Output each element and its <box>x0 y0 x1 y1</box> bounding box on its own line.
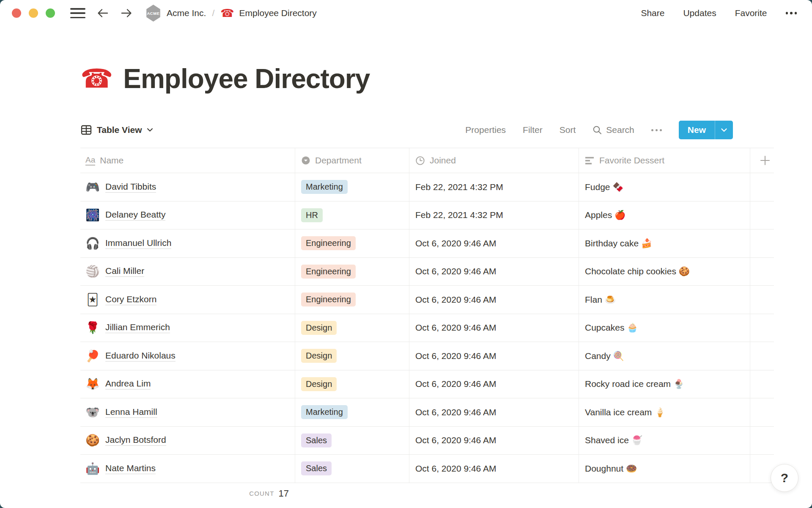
column-header-joined[interactable]: Joined <box>409 148 579 173</box>
forward-button[interactable] <box>120 7 133 19</box>
employee-page-link[interactable]: Cali Miller <box>105 266 144 277</box>
joined-cell[interactable]: Oct 6, 2020 9:46 AM <box>409 455 579 483</box>
table-row[interactable]: 🐨 Lenna Hamill Marketing Oct 6, 2020 9:4… <box>80 398 774 427</box>
department-cell[interactable]: Marketing <box>295 173 409 201</box>
table-count[interactable]: COUNT 17 <box>80 483 295 504</box>
department-cell[interactable]: Design <box>295 370 409 398</box>
employee-page-link[interactable]: Delaney Beatty <box>105 210 165 221</box>
joined-cell[interactable]: Feb 22, 2021 4:32 PM <box>409 173 579 201</box>
arrow-right-icon <box>120 7 133 19</box>
column-header-favorite-dessert[interactable]: Favorite Dessert <box>579 148 750 173</box>
dessert-cell[interactable]: Apples 🍎 <box>579 202 750 229</box>
zoom-window-button[interactable] <box>46 8 55 18</box>
department-cell[interactable]: Design <box>295 314 409 342</box>
back-button[interactable] <box>96 7 109 19</box>
joined-cell[interactable]: Oct 6, 2020 9:46 AM <box>409 229 579 257</box>
table-row[interactable]: 🤖 Nate Martins Sales Oct 6, 2020 9:46 AM… <box>80 455 774 483</box>
new-record-dropdown-button[interactable] <box>715 121 733 139</box>
department-cell[interactable]: Sales <box>295 427 409 455</box>
page-title[interactable]: Employee Directory <box>123 63 370 94</box>
column-header-name[interactable]: Aa Name <box>80 148 295 173</box>
name-cell[interactable]: 🍪 Jaclyn Botsford <box>80 427 295 455</box>
name-cell[interactable]: 🎧 Immanuel Ullrich <box>80 229 295 257</box>
joined-cell[interactable]: Oct 6, 2020 9:46 AM <box>409 370 579 398</box>
dessert-cell[interactable]: Chocolate chip cookies 🍪 <box>579 258 750 286</box>
sidebar-menu-icon[interactable] <box>70 8 85 18</box>
dessert-cell[interactable]: Vanilla ice cream 🍦 <box>579 398 750 426</box>
employee-page-link[interactable]: Cory Etzkorn <box>105 294 156 305</box>
employee-page-link[interactable]: Eduardo Nikolaus <box>105 351 176 362</box>
department-cell[interactable]: Sales <box>295 455 409 483</box>
table-row[interactable]: 🍪 Jaclyn Botsford Sales Oct 6, 2020 9:46… <box>80 427 774 455</box>
table-row[interactable]: 🦊 Andrea Lim Design Oct 6, 2020 9:46 AM … <box>80 370 774 399</box>
view-switcher[interactable]: Table View <box>80 124 153 136</box>
department-cell[interactable]: Engineering <box>295 258 409 286</box>
workspace-logo[interactable]: ACME <box>145 5 161 22</box>
updates-button[interactable]: Updates <box>683 8 716 18</box>
department-cell[interactable]: Engineering <box>295 229 409 257</box>
table-row[interactable]: 🏐 Cali Miller Engineering Oct 6, 2020 9:… <box>80 258 774 286</box>
table-row[interactable]: 🎆 Delaney Beatty HR Feb 22, 2021 4:32 PM… <box>80 202 774 230</box>
view-more-options-icon[interactable] <box>651 129 662 131</box>
employee-page-link[interactable]: Lenna Hamill <box>105 407 157 418</box>
table-row[interactable]: 🎧 Immanuel Ullrich Engineering Oct 6, 20… <box>80 229 774 258</box>
dessert-cell[interactable]: Candy 🍭 <box>579 342 750 370</box>
dessert-cell[interactable]: Cupcakes 🧁 <box>579 314 750 342</box>
breadcrumb-page[interactable]: Employee Directory <box>239 8 317 18</box>
column-header-department[interactable]: Department <box>295 148 409 173</box>
table-row[interactable]: 🏓 Eduardo Nikolaus Design Oct 6, 2020 9:… <box>80 342 774 370</box>
search-button[interactable]: Search <box>593 125 634 135</box>
department-cell[interactable]: Marketing <box>295 398 409 426</box>
share-button[interactable]: Share <box>641 8 664 18</box>
employee-page-link[interactable]: Andrea Lim <box>105 378 151 389</box>
dessert-cell[interactable]: Rocky road ice cream 🍨 <box>579 370 750 398</box>
new-record-split-button: New <box>679 121 733 139</box>
employee-page-link[interactable]: Nate Martins <box>105 463 156 474</box>
name-cell[interactable]: 🐨 Lenna Hamill <box>80 398 295 426</box>
help-button[interactable]: ? <box>771 464 798 492</box>
add-column-button[interactable] <box>750 148 774 173</box>
table-row[interactable]: 🃏 Cory Etzkorn Engineering Oct 6, 2020 9… <box>80 286 774 314</box>
close-window-button[interactable] <box>12 8 21 18</box>
more-options-icon[interactable] <box>786 12 797 14</box>
filter-button[interactable]: Filter <box>523 125 543 135</box>
properties-button[interactable]: Properties <box>465 125 506 135</box>
department-cell[interactable]: Design <box>295 342 409 370</box>
dessert-cell[interactable]: Flan 🍮 <box>579 286 750 314</box>
joined-cell[interactable]: Oct 6, 2020 9:46 AM <box>409 342 579 370</box>
avatar: 🤖 <box>85 462 100 475</box>
table-row[interactable]: 🎮 David Tibbits Marketing Feb 22, 2021 4… <box>80 173 774 202</box>
minimize-window-button[interactable] <box>29 8 38 18</box>
joined-cell[interactable]: Oct 6, 2020 9:46 AM <box>409 258 579 286</box>
name-cell[interactable]: 🎮 David Tibbits <box>80 173 295 201</box>
employee-page-link[interactable]: Jaclyn Botsford <box>105 435 166 446</box>
name-cell[interactable]: 🦊 Andrea Lim <box>80 370 295 398</box>
new-record-button[interactable]: New <box>679 121 715 139</box>
name-cell[interactable]: 🃏 Cory Etzkorn <box>80 286 295 314</box>
department-cell[interactable]: HR <box>295 202 409 229</box>
joined-cell[interactable]: Oct 6, 2020 9:46 AM <box>409 286 579 314</box>
breadcrumb-workspace[interactable]: Acme Inc. <box>167 8 206 18</box>
name-cell[interactable]: 🌹 Jillian Emmerich <box>80 314 295 342</box>
dessert-cell[interactable]: Birthday cake 🍰 <box>579 229 750 257</box>
employee-page-link[interactable]: Jillian Emmerich <box>105 322 170 333</box>
joined-cell[interactable]: Oct 6, 2020 9:46 AM <box>409 427 579 455</box>
department-cell[interactable]: Engineering <box>295 286 409 314</box>
employee-page-link[interactable]: David Tibbits <box>105 182 156 193</box>
name-cell[interactable]: 🤖 Nate Martins <box>80 455 295 483</box>
name-cell[interactable]: 🏓 Eduardo Nikolaus <box>80 342 295 370</box>
page-icon[interactable]: ☎ <box>80 66 113 92</box>
dessert-cell[interactable]: Shaved ice 🍧 <box>579 427 750 455</box>
joined-cell[interactable]: Oct 6, 2020 9:46 AM <box>409 314 579 342</box>
name-cell[interactable]: 🎆 Delaney Beatty <box>80 202 295 229</box>
joined-cell[interactable]: Feb 22, 2021 4:32 PM <box>409 202 579 229</box>
app-window: ACME Acme Inc. / ☎ Employee Directory Sh… <box>0 0 812 508</box>
dessert-cell[interactable]: Fudge 🍫 <box>579 173 750 201</box>
table-row[interactable]: 🌹 Jillian Emmerich Design Oct 6, 2020 9:… <box>80 314 774 342</box>
employee-page-link[interactable]: Immanuel Ullrich <box>105 238 171 249</box>
name-cell[interactable]: 🏐 Cali Miller <box>80 258 295 286</box>
dessert-cell[interactable]: Doughnut 🍩 <box>579 455 750 483</box>
favorite-button[interactable]: Favorite <box>735 8 767 18</box>
joined-cell[interactable]: Oct 6, 2020 9:46 AM <box>409 398 579 426</box>
sort-button[interactable]: Sort <box>560 125 576 135</box>
